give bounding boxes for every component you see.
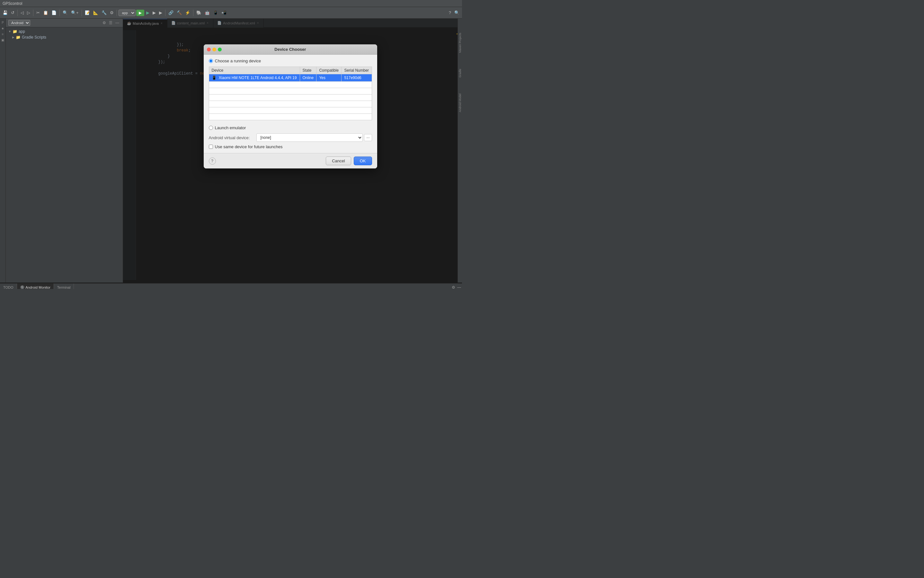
- device-cell-name: 📱 Xiaomi HM NOTE 1LTE Android 4.4.4, API…: [209, 74, 300, 82]
- paste-button[interactable]: 📄: [50, 10, 58, 16]
- copy-button[interactable]: 📋: [42, 10, 50, 16]
- col-serial: Serial Number: [341, 67, 372, 74]
- help-button[interactable]: ?: [448, 10, 452, 16]
- add-file-button[interactable]: 📝: [84, 10, 91, 16]
- dialog-titlebar: Device Chooser: [204, 44, 377, 55]
- tree-icon-gradle: 📁: [16, 35, 21, 39]
- dialog-minimize-button[interactable]: [212, 47, 216, 52]
- cancel-button[interactable]: Cancel: [326, 157, 351, 165]
- project-filter-button[interactable]: ☰: [108, 20, 113, 25]
- bottom-panel: TODO 6 Android Monitor Terminal ⚙ — Xiao…: [0, 283, 462, 289]
- device-phone-icon: 📱: [212, 76, 217, 80]
- generate-button[interactable]: ⚡: [184, 10, 191, 16]
- running-device-row: Choose a running device: [209, 58, 372, 63]
- tree-item-root[interactable]: ▼ 📁 app: [6, 29, 123, 34]
- title-bar: GPScontrol: [0, 0, 462, 7]
- col-state: State: [300, 67, 316, 74]
- project-tree: ▼ 📁 app ▶ 📁 Gradle Scripts: [6, 27, 123, 283]
- run-config-dropdown[interactable]: app: [118, 10, 136, 16]
- device-cell-serial: 517e90d6: [341, 74, 372, 82]
- sync-button[interactable]: ↺: [10, 10, 16, 16]
- run-button[interactable]: ▶: [136, 10, 144, 16]
- col-compatible: Compatible: [316, 67, 341, 74]
- captures-icon[interactable]: ▣: [0, 37, 5, 42]
- structure-icon[interactable]: ≡: [0, 31, 5, 37]
- settings-button[interactable]: ⚙: [108, 10, 115, 16]
- save-button[interactable]: 💾: [1, 10, 9, 16]
- build-button[interactable]: 🔨: [175, 10, 183, 16]
- profile-button[interactable]: ▶: [158, 10, 163, 16]
- main-layout: P ★ ≡ ▣ Android ⚙ ☰ — ▼ 📁 app: [0, 19, 462, 283]
- device-chooser-dialog: Device Chooser Choose a running device D…: [204, 44, 377, 169]
- col-device: Device: [209, 67, 300, 74]
- right-sidebar: Maven Projects Gradle Android Model: [458, 19, 462, 283]
- tab-todo[interactable]: TODO: [0, 284, 17, 289]
- tree-arrow-root: ▼: [8, 30, 11, 33]
- dialog-body: Choose a running device Device State Com…: [204, 55, 377, 153]
- structure-button[interactable]: 📐: [92, 10, 100, 16]
- monitor-settings-button[interactable]: ⚙: [451, 285, 456, 289]
- editor-area: ☕ MainActivity.java × 📄 content_main.xml…: [123, 19, 458, 283]
- dialog-close-button[interactable]: [207, 47, 211, 52]
- dialog-maximize-button[interactable]: [218, 47, 222, 52]
- device-row-empty-5: [209, 107, 372, 114]
- device-row-empty-1: [209, 82, 372, 88]
- window-controls: [207, 47, 222, 52]
- toolbar-sep-5: [117, 10, 117, 16]
- running-device-label: Choose a running device: [215, 58, 261, 63]
- project-panel-header: Android ⚙ ☰ —: [6, 19, 123, 27]
- dialog-footer: ? Cancel OK: [204, 153, 377, 169]
- avd-extra-button[interactable]: ···: [364, 134, 372, 141]
- tree-item-gradle[interactable]: ▶ 📁 Gradle Scripts: [6, 34, 123, 40]
- android-sdk-button[interactable]: 🤖: [203, 10, 211, 16]
- tree-icon-root: 📁: [13, 29, 17, 34]
- toolbar-sep-1: [17, 10, 18, 16]
- project-view-dropdown[interactable]: Android: [8, 20, 30, 26]
- project-structure-button[interactable]: 🔧: [100, 10, 108, 16]
- tab-terminal[interactable]: Terminal: [54, 284, 74, 289]
- toolbar: 💾 ↺ ◁ ▷ ✂ 📋 📄 🔍 🔍+ 📝 📐 🔧 ⚙ app ▶ ▶ ▶ ▶ 🔗…: [0, 7, 462, 19]
- tree-label-root: app: [19, 29, 25, 34]
- undo-button[interactable]: ◁: [19, 10, 25, 16]
- project-settings-button[interactable]: ⚙: [102, 20, 107, 25]
- cut-button[interactable]: ✂: [35, 10, 41, 16]
- monitor-minimize-button[interactable]: —: [456, 285, 462, 289]
- same-device-label: Use same device for future launches: [215, 144, 283, 149]
- running-device-radio[interactable]: [209, 59, 213, 63]
- sync-gradle-button[interactable]: 🐘: [195, 10, 203, 16]
- tree-label-gradle: Gradle Scripts: [22, 35, 46, 39]
- device-row-empty-6: [209, 114, 372, 120]
- dialog-help-button[interactable]: ?: [209, 157, 216, 165]
- avd-row: Android virtual device: [none] ···: [209, 133, 372, 142]
- dialog-action-buttons: Cancel OK: [326, 157, 372, 165]
- coverage-button[interactable]: ▶: [151, 10, 157, 16]
- device-name-text: Xiaomi HM NOTE 1LTE Android 4.4.4, API 1…: [219, 76, 297, 80]
- attach-button[interactable]: 🔗: [167, 10, 175, 16]
- ok-button[interactable]: OK: [354, 157, 372, 165]
- debug-button[interactable]: ▶: [145, 10, 150, 16]
- launch-emulator-radio[interactable]: [209, 126, 213, 130]
- tab-android-monitor[interactable]: 6 Android Monitor: [17, 284, 54, 289]
- maven-projects-button[interactable]: Maven Projects: [458, 31, 462, 54]
- dialog-overlay: Device Chooser Choose a running device D…: [123, 19, 458, 283]
- find-button[interactable]: 🔍: [61, 10, 69, 16]
- device-manager-button[interactable]: 📱: [212, 10, 219, 16]
- project-collapse-button[interactable]: —: [114, 20, 120, 25]
- app-title: GPScontrol: [3, 1, 22, 6]
- same-device-row: Use same device for future launches: [209, 144, 372, 149]
- tab-terminal-label: Terminal: [57, 286, 71, 289]
- same-device-checkbox[interactable]: [209, 144, 213, 149]
- gradle-button[interactable]: Gradle: [458, 68, 462, 79]
- search-everywhere-button[interactable]: 🔍: [453, 10, 461, 16]
- device-row-0[interactable]: 📱 Xiaomi HM NOTE 1LTE Android 4.4.4, API…: [209, 74, 372, 82]
- android-model-button[interactable]: Android Model: [458, 92, 462, 114]
- project-icon[interactable]: P: [0, 20, 5, 25]
- favorites-icon[interactable]: ★: [0, 26, 5, 31]
- find-replace-button[interactable]: 🔍+: [70, 10, 80, 16]
- avd-manager-button[interactable]: 📲: [220, 10, 228, 16]
- project-panel: Android ⚙ ☰ — ▼ 📁 app ▶ 📁 Gradle Scripts: [6, 19, 123, 283]
- bottom-tabs-bar: TODO 6 Android Monitor Terminal ⚙ —: [0, 283, 462, 289]
- redo-button[interactable]: ▷: [26, 10, 31, 16]
- avd-select[interactable]: [none]: [256, 133, 363, 142]
- device-table-header: Device State Compatible Serial Number: [209, 67, 372, 74]
